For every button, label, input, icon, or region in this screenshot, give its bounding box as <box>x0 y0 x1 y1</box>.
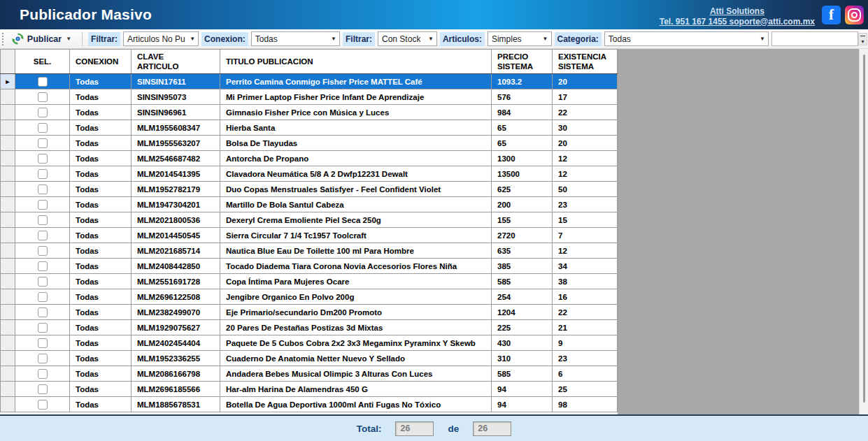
row-checkbox[interactable] <box>38 308 48 317</box>
column-header-titulo-publicacion[interactable]: TITULO PUBLICACION <box>220 50 492 73</box>
sel-cell[interactable] <box>15 289 70 304</box>
table-row[interactable]: TodasMLM1952336255Cuaderno De Anatomia N… <box>0 351 618 366</box>
row-checkbox[interactable] <box>38 185 48 194</box>
sel-cell[interactable] <box>15 228 70 243</box>
column-header-conexion[interactable]: CONEXION <box>70 50 131 73</box>
sel-cell[interactable] <box>15 151 70 166</box>
sel-cell[interactable] <box>15 320 70 335</box>
instagram-icon[interactable] <box>845 6 864 24</box>
row-selector-cell[interactable] <box>0 212 15 227</box>
row-selector-cell[interactable] <box>0 305 15 319</box>
column-header-precio-sistema[interactable]: PRECIO SISTEMA <box>492 50 553 73</box>
toolbar-overflow-button[interactable]: ▼ <box>858 33 867 45</box>
row-checkbox[interactable] <box>38 231 48 240</box>
row-selector-cell[interactable] <box>0 136 15 150</box>
sel-cell[interactable] <box>15 243 70 258</box>
row-selector-cell[interactable] <box>0 89 15 104</box>
row-checkbox[interactable] <box>38 338 48 348</box>
row-selector-cell[interactable] <box>0 228 15 243</box>
sel-cell[interactable] <box>15 366 70 381</box>
table-row[interactable]: TodasMLM1885678531Botella De Agua Deport… <box>0 397 618 412</box>
table-row[interactable]: TodasMLM2086166798Andadera Bebes Musical… <box>0 366 618 382</box>
grid-corner-cell[interactable] <box>0 50 15 73</box>
row-checkbox[interactable] <box>38 123 48 133</box>
row-checkbox[interactable] <box>38 369 48 379</box>
table-row[interactable]: TodasMLM2551691728Copa Íntima Para Mujer… <box>0 274 618 289</box>
table-row[interactable]: TodasMLM1952782179Duo Copas Menstruales … <box>0 182 618 197</box>
table-row[interactable]: TodasMLM2021800536Dexeryl Crema Emolient… <box>0 212 618 228</box>
table-row[interactable]: TodasMLM192907562720 Pares De Pestañas P… <box>0 320 618 335</box>
row-selector-cell[interactable] <box>0 166 15 181</box>
sel-cell[interactable] <box>15 120 70 135</box>
row-selector-cell[interactable] <box>0 259 15 273</box>
sel-cell[interactable] <box>15 197 70 212</box>
sel-cell[interactable] <box>15 397 70 412</box>
row-checkbox[interactable] <box>38 108 48 117</box>
row-checkbox[interactable] <box>38 77 48 87</box>
table-row[interactable]: TodasMLM2408442850Tocado Diadema Tiara C… <box>0 259 618 274</box>
row-selector-cell[interactable] <box>0 120 15 135</box>
publicar-button[interactable]: Publicar ▼ <box>8 31 76 47</box>
facebook-icon[interactable]: f <box>822 6 841 24</box>
table-row[interactable]: TodasMLM2696185566Har-alm Harina De Alam… <box>0 382 618 397</box>
table-row[interactable]: TodasMLM1947304201Martillo De Bola Santu… <box>0 197 618 212</box>
table-row[interactable]: TodasMLM2402454404Paquete De 5 Cubos Cob… <box>0 335 618 351</box>
row-selector-cell[interactable] <box>0 289 15 304</box>
row-checkbox[interactable] <box>38 292 48 302</box>
table-row[interactable]: TodasMLM1955563207Bolsa De Tlayudas6520 <box>0 136 618 151</box>
sel-cell[interactable] <box>15 166 70 181</box>
column-header-sel[interactable]: SEL. <box>15 50 70 73</box>
sel-cell[interactable] <box>15 274 70 289</box>
row-checkbox[interactable] <box>38 92 48 102</box>
column-header-existencia-sistema[interactable]: EXISTENCIA SISTEMA <box>553 50 618 73</box>
table-row[interactable]: TodasMLM2696122508Jengibre Organico En P… <box>0 289 618 305</box>
row-checkbox[interactable] <box>38 138 48 148</box>
filter-articulos-combo[interactable]: Articulos No Pu ▼ <box>123 31 199 46</box>
sel-cell[interactable] <box>15 136 70 150</box>
sel-cell[interactable] <box>15 382 70 396</box>
row-checkbox[interactable] <box>38 323 48 333</box>
table-row[interactable]: TodasSINSIN96961Gimnasio Fisher Price co… <box>0 105 618 120</box>
row-selector-cell[interactable]: ► <box>0 74 15 89</box>
stock-filter-combo[interactable]: Con Stock ▼ <box>378 31 437 46</box>
row-selector-cell[interactable] <box>0 243 15 258</box>
row-selector-cell[interactable] <box>0 351 15 366</box>
sel-cell[interactable] <box>15 305 70 319</box>
articulos-combo[interactable]: Simples ▼ <box>488 31 552 46</box>
conexion-combo[interactable]: Todas ▼ <box>251 31 340 46</box>
company-link[interactable]: Atti Solutions <box>710 6 764 16</box>
sel-cell[interactable] <box>15 351 70 366</box>
table-row[interactable]: ►TodasSINSIN17611Perrito Camina Conmigo … <box>0 74 618 89</box>
table-row[interactable]: TodasMLM1955608347Hierba Santa6530 <box>0 120 618 136</box>
contact-link[interactable]: Tel. 951 167 1455 soporte@atti.com.mx <box>660 17 815 27</box>
table-row[interactable]: TodasSINSIN95073Mi Primer Laptop Fisher … <box>0 89 618 105</box>
sel-cell[interactable] <box>15 105 70 120</box>
row-checkbox[interactable] <box>38 200 48 210</box>
row-selector-cell[interactable] <box>0 151 15 166</box>
table-row[interactable]: TodasMLM2382499070Eje Primario/secundari… <box>0 305 618 320</box>
total-count-field[interactable] <box>395 421 434 436</box>
scrollbar-thumb[interactable] <box>863 55 865 403</box>
table-row[interactable]: TodasMLM2546687482Antorcha De Propano130… <box>0 151 618 166</box>
table-row[interactable]: TodasMLM2021685714Nautica Blue Eau De To… <box>0 243 618 259</box>
sel-cell[interactable] <box>15 74 70 89</box>
row-selector-cell[interactable] <box>0 320 15 335</box>
row-selector-cell[interactable] <box>0 182 15 196</box>
row-checkbox[interactable] <box>38 384 48 394</box>
toolbar-search-textbox[interactable] <box>771 31 858 46</box>
table-row[interactable]: TodasMLM2014541395Clavadora Neumática 5/… <box>0 166 618 182</box>
toolbar-grip[interactable] <box>1 33 4 45</box>
row-selector-cell[interactable] <box>0 105 15 120</box>
row-checkbox[interactable] <box>38 277 48 287</box>
row-checkbox[interactable] <box>38 246 48 256</box>
row-selector-cell[interactable] <box>0 382 15 396</box>
row-checkbox[interactable] <box>38 215 48 225</box>
sel-cell[interactable] <box>15 89 70 104</box>
categoria-combo[interactable]: Todas ▼ <box>604 31 769 46</box>
sel-cell[interactable] <box>15 335 70 350</box>
row-selector-cell[interactable] <box>0 335 15 350</box>
row-selector-cell[interactable] <box>0 366 15 381</box>
total-of-field[interactable] <box>473 421 511 436</box>
table-row[interactable]: TodasMLM2014450545Sierra Circular 7 1/4 … <box>0 228 618 243</box>
row-checkbox[interactable] <box>38 354 48 363</box>
